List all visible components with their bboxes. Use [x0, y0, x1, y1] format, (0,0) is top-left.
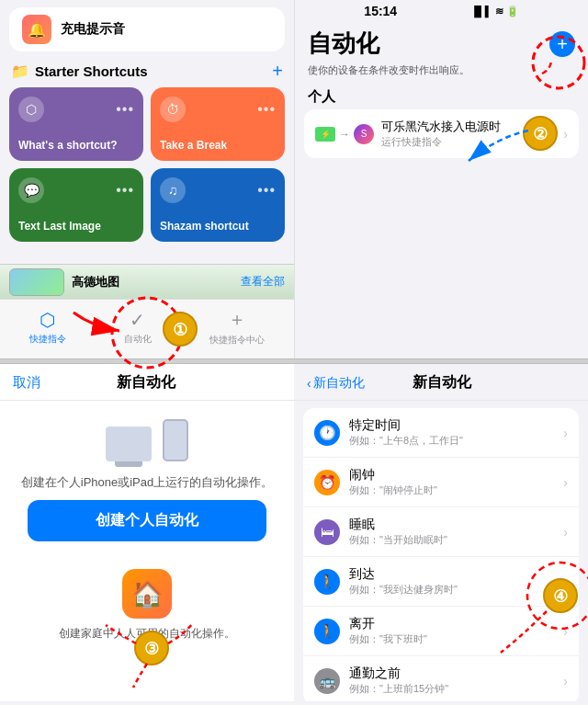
home-icon: 🏠: [122, 569, 172, 619]
auto-card-sub: 运行快捷指令: [381, 135, 556, 149]
create-personal-automation-button[interactable]: 创建个人自动化: [28, 500, 266, 541]
trigger-icon-leave: 🚶: [314, 619, 340, 644]
automation-title: 自动化: [308, 28, 379, 60]
shortcut-icon-2: 💬: [18, 177, 44, 203]
trigger-example-0: 例如："上午8点，工作日": [349, 434, 554, 448]
trigger-chevron-0: ›: [563, 426, 568, 440]
trigger-icon-alarm: ⏰: [314, 470, 340, 495]
trigger-item-4[interactable]: 🚶 离开 例如："我下班时" ›: [303, 607, 579, 656]
gallery-tab-icon: ＋: [228, 307, 246, 332]
right-panel: 15:14 ▐▌▌ ≋ 🔋 自动化 + 使你的设备在条件改变时作出响应。 个人 …: [294, 0, 588, 358]
trigger-name-4: 离开: [349, 616, 554, 632]
personal-desc: 创建在个人iPhone或iPad上运行的自动化操作。: [21, 474, 274, 491]
trigger-chevron-5: ›: [563, 674, 568, 688]
trigger-text-0: 特定时间 例如："上午8点，工作日": [349, 417, 554, 448]
trigger-item-2[interactable]: 🛏 睡眠 例如："当开始助眠时" ›: [303, 507, 579, 557]
tab-automation-label: 自动化: [124, 333, 152, 346]
trigger-icon-arrive: 🚶: [314, 569, 340, 595]
automation-header: 自动化 +: [295, 22, 588, 63]
top-section: 🔔 充电提示音 📁 Starter Shortcuts + ⬡ ••• What…: [0, 0, 588, 358]
trigger-example-3: 例如："我到达健身房时": [349, 583, 554, 597]
map-title: 高德地图: [72, 274, 233, 290]
shortcut-icon-1: ⏱: [160, 97, 186, 122]
shortcuts-grid: ⬡ ••• What's a shortcut? ⏱ ••• Take a Br…: [0, 87, 294, 242]
back-chevron-icon: ‹: [307, 376, 311, 391]
trigger-item-0[interactable]: 🕐 特定时间 例如："上午8点，工作日" ›: [303, 408, 579, 458]
tab-shortcuts-label: 快捷指令: [29, 333, 66, 346]
trigger-text-4: 离开 例如："我下班时": [349, 616, 554, 646]
device-icon-area: [106, 419, 188, 461]
tab-shortcuts[interactable]: ⬡ 快捷指令: [29, 309, 66, 346]
trigger-text-2: 睡眠 例如："当开始助眠时": [349, 517, 554, 547]
trigger-name-3: 到达: [349, 566, 554, 583]
status-time: 15:14: [364, 4, 397, 18]
bottom-section: 取消 新自动化 创建在个人iPhone或iPad上运行的自动化操作。 创建个人自…: [0, 364, 588, 701]
trigger-name-5: 通勤之前: [349, 665, 554, 682]
trigger-text-1: 闹钟 例如："闹钟停止时": [349, 467, 554, 497]
map-strip: 高德地图 查看全部: [0, 264, 294, 299]
shortcut-icon-3: ♫: [160, 177, 186, 203]
automation-card[interactable]: ⚡ → S 可乐黑汽水接入电源时 运行快捷指令 ›: [304, 109, 579, 158]
personal-device-section: 创建在个人iPhone或iPad上运行的自动化操作。 创建个人自动化: [0, 401, 294, 560]
shortcut-dots-0[interactable]: •••: [116, 101, 134, 118]
starter-title: Starter Shortcuts: [35, 63, 272, 79]
trigger-chevron-4: ›: [563, 624, 568, 639]
trigger-list: 🕐 特定时间 例如："上午8点，工作日" › ⏰ 闹钟 例如："闹钟停止时" ›…: [303, 408, 579, 701]
automation-tab-icon: ✓: [130, 309, 145, 331]
shortcut-dots-1[interactable]: •••: [257, 101, 276, 118]
bottom-right-panel: ‹ 新自动化 新自动化 🕐 特定时间 例如："上午8点，工作日" › ⏰ 闹钟 …: [294, 364, 588, 701]
shortcut-card-3[interactable]: ♫ ••• Shazam shortcut: [151, 168, 285, 242]
auto-card-chevron: ›: [563, 127, 568, 142]
automation-subtitle: 使你的设备在条件改变时作出响应。: [295, 63, 588, 85]
new-automation-header-left: 取消 新自动化: [0, 364, 294, 401]
tab-gallery-label: 快捷指令中心: [209, 334, 265, 347]
arrow-connector: →: [339, 128, 350, 141]
trigger-icon-time: 🕐: [314, 420, 340, 446]
new-automation-title-left: 新自动化: [40, 373, 252, 392]
charge-title: 充电提示音: [61, 21, 125, 38]
shortcut-name-3: Shazam shortcut: [160, 220, 276, 233]
trigger-example-4: 例如："我下班时": [349, 632, 554, 646]
mac-icon: [106, 426, 152, 461]
trigger-chevron-3: ›: [563, 574, 568, 589]
trigger-name-2: 睡眠: [349, 517, 554, 533]
charge-icon: 🔔: [22, 15, 51, 44]
shortcut-card-1[interactable]: ⏱ ••• Take a Break: [151, 87, 285, 161]
status-icons: ▐▌▌ ≋ 🔋: [470, 6, 519, 17]
tab-automation[interactable]: ✓ 自动化: [124, 309, 152, 346]
personal-section-label: 个人: [295, 85, 588, 109]
cancel-button[interactable]: 取消: [13, 374, 40, 392]
tab-gallery[interactable]: ＋ 快捷指令中心: [209, 307, 265, 347]
home-desc: 创建家庭中人人可用的自动化操作。: [59, 626, 235, 642]
trigger-icon-sleep: 🛏: [314, 519, 340, 545]
auto-card-name: 可乐黑汽水接入电源时: [381, 119, 556, 135]
trigger-text-5: 通勤之前 例如："上班前15分钟": [349, 665, 554, 696]
back-button[interactable]: ‹ 新自动化: [307, 375, 365, 392]
map-view-all[interactable]: 查看全部: [241, 274, 285, 290]
starter-header: 📁 Starter Shortcuts +: [0, 51, 294, 87]
shortcut-name-0: What's a shortcut?: [18, 139, 134, 152]
phone-icon: [163, 419, 188, 461]
auto-card-icons: ⚡ → S: [315, 124, 374, 144]
shortcuts-tab-icon: ⬡: [40, 309, 55, 331]
add-automation-button[interactable]: +: [549, 31, 575, 57]
bottom-left-panel: 取消 新自动化 创建在个人iPhone或iPad上运行的自动化操作。 创建个人自…: [0, 364, 294, 701]
status-bar: 15:14 ▐▌▌ ≋ 🔋: [295, 0, 588, 22]
shortcut-card-0[interactable]: ⬡ ••• What's a shortcut?: [9, 87, 143, 161]
shortcut-dots-2[interactable]: •••: [116, 182, 134, 199]
starter-plus-button[interactable]: +: [272, 61, 283, 82]
new-automation-title-right: 新自动化: [365, 373, 520, 392]
trigger-item-5[interactable]: 🚌 通勤之前 例如："上班前15分钟" ›: [303, 656, 579, 701]
shortcut-dots-3[interactable]: •••: [257, 182, 276, 199]
trigger-example-5: 例如："上班前15分钟": [349, 682, 554, 696]
bottom-tabs: ⬡ 快捷指令 ✓ 自动化 ＋ 快捷指令中心: [0, 299, 294, 358]
shortcut-card-2[interactable]: 💬 ••• Text Last Image: [9, 168, 143, 242]
siri-icon: S: [354, 124, 374, 144]
trigger-item-3[interactable]: 🚶 到达 例如："我到达健身房时" ›: [303, 557, 579, 607]
back-label: 新自动化: [313, 375, 365, 392]
shortcut-name-1: Take a Break: [160, 139, 276, 152]
battery-icon: ⚡: [315, 127, 335, 142]
trigger-text-3: 到达 例如："我到达健身房时": [349, 566, 554, 597]
map-thumbnail: [9, 268, 64, 296]
trigger-item-1[interactable]: ⏰ 闹钟 例如："闹钟停止时" ›: [303, 458, 579, 507]
